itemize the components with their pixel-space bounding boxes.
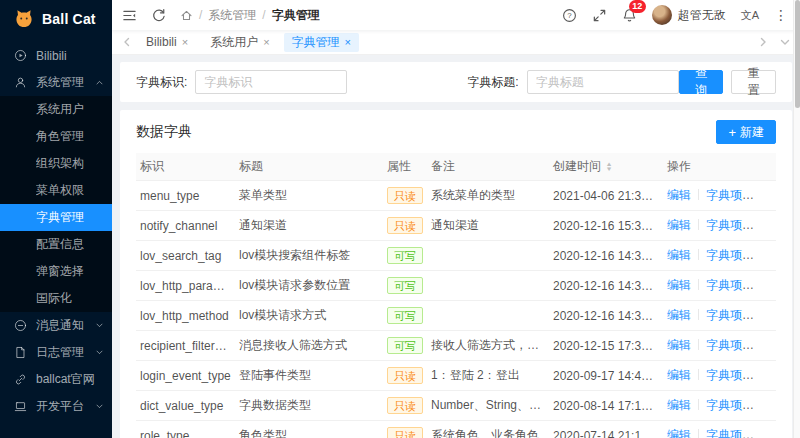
delete-link[interactable]: 删除	[757, 338, 776, 352]
tab-close-icon[interactable]: ×	[263, 33, 269, 52]
sort-icon[interactable]: ▲▼	[606, 162, 612, 172]
search-form-card: 字典标识: 字典标题: 查 询 重 置	[120, 62, 792, 102]
search-buttons: 查 询 重 置	[679, 70, 776, 94]
edit-link[interactable]: 编辑	[667, 188, 691, 202]
sidebar-item-label: 字典管理	[36, 209, 104, 226]
dict-title-input[interactable]	[527, 70, 679, 94]
user-icon	[14, 76, 27, 89]
tabbar-right-controls	[758, 37, 790, 47]
delete-link[interactable]: 删除	[757, 428, 776, 438]
menu-fold-icon[interactable]	[122, 8, 137, 23]
sidebar-item-website[interactable]: ballcat官网	[0, 366, 112, 393]
cell-actions: 编辑字典项删除	[663, 241, 776, 271]
edit-link[interactable]: 编辑	[667, 248, 691, 262]
fullscreen-icon[interactable]	[592, 8, 607, 23]
dict-items-link[interactable]: 字典项	[706, 368, 754, 382]
edit-link[interactable]: 编辑	[667, 278, 691, 292]
edit-link[interactable]: 编辑	[667, 398, 691, 412]
delete-link[interactable]: 删除	[757, 398, 776, 412]
action-divider	[698, 249, 699, 260]
sidebar-item-system-user[interactable]: 系统用户	[0, 96, 112, 123]
cat-icon	[13, 8, 35, 30]
sidebar-item-label: 组织架构	[36, 155, 104, 172]
dict-items-link[interactable]: 字典项	[706, 188, 754, 202]
dict-items-link[interactable]: 字典项	[706, 218, 754, 232]
scrollbar-thumb[interactable]	[795, 0, 800, 108]
sidebar-item-log[interactable]: 日志管理	[0, 339, 112, 366]
delete-link[interactable]: 删除	[757, 248, 776, 262]
sidebar-item-menu-permission[interactable]: 菜单权限	[0, 177, 112, 204]
cell-dict-code: lov_search_tag	[136, 241, 235, 271]
data-dict-card: 数据字典 + 新建 标识标题属性备注创建时间▲▼操作 menu_type菜单类型…	[120, 110, 792, 438]
dict-title-label: 字典标题:	[467, 74, 518, 91]
table-row: lov_search_taglov模块搜索组件标签可写2020-12-16 14…	[136, 241, 776, 271]
sidebar-item-config[interactable]: 配置信息	[0, 231, 112, 258]
tab-Bilibili[interactable]: Bilibili×	[138, 33, 196, 52]
tab-close-icon[interactable]: ×	[182, 33, 188, 52]
edit-link[interactable]: 编辑	[667, 368, 691, 382]
edit-link[interactable]: 编辑	[667, 218, 691, 232]
user-menu[interactable]: 超管无敌	[652, 5, 726, 25]
delete-link[interactable]: 删除	[757, 278, 776, 292]
create-button[interactable]: + 新建	[716, 120, 776, 144]
dict-code-input[interactable]	[195, 70, 347, 94]
tabs-menu-icon[interactable]	[780, 37, 790, 47]
tab-close-icon[interactable]: ×	[345, 33, 351, 52]
sidebar-item-dev[interactable]: 开发平台	[0, 393, 112, 420]
attr-tag: 只读	[387, 427, 423, 438]
reset-button[interactable]: 重 置	[731, 70, 776, 94]
refresh-icon[interactable]	[151, 8, 166, 23]
cell-attr: 可写	[383, 331, 427, 361]
tab-系统用户[interactable]: 系统用户×	[202, 33, 277, 52]
sidebar-item-notice[interactable]: 消息通知	[0, 312, 112, 339]
sidebar-item-system[interactable]: 系统管理	[0, 69, 112, 96]
sidebar-item-bilibili[interactable]: Bilibili	[0, 42, 112, 69]
table-row: notify_channel通知渠道只读通知渠道2020-12-16 15:37…	[136, 211, 776, 241]
delete-link[interactable]: 删除	[757, 218, 776, 232]
cell-actions: 编辑字典项删除	[663, 421, 776, 438]
edit-link[interactable]: 编辑	[667, 308, 691, 322]
cell-actions: 编辑字典项删除	[663, 181, 776, 211]
edit-link[interactable]: 编辑	[667, 428, 691, 438]
cell-remark: Number、String、Boolean	[427, 391, 549, 421]
sidebar-item-lov[interactable]: 弹窗选择	[0, 258, 112, 285]
top-header: / 系统管理 / 字典管理 ?	[112, 0, 800, 30]
tabs-scroll-right-icon[interactable]	[758, 37, 768, 47]
table-row: login_event_type登陆事件类型只读1：登陆 2：登出2020-09…	[136, 361, 776, 391]
sidebar-item-i18n[interactable]: 国际化	[0, 285, 112, 312]
tab-字典管理[interactable]: 字典管理×	[284, 33, 359, 52]
tab-label: Bilibili	[146, 33, 177, 52]
attr-tag: 只读	[387, 217, 423, 234]
delete-link[interactable]: 删除	[757, 308, 776, 322]
dict-items-link[interactable]: 字典项	[706, 308, 754, 322]
notifications[interactable]: 12	[622, 8, 637, 23]
edit-link[interactable]: 编辑	[667, 338, 691, 352]
dict-items-link[interactable]: 字典项	[706, 398, 754, 412]
attr-tag: 只读	[387, 187, 423, 204]
delete-link[interactable]: 删除	[757, 368, 776, 382]
sidebar-item-dict[interactable]: 字典管理	[0, 204, 112, 231]
cell-dict-title: 通知渠道	[235, 211, 383, 241]
sidebar-item-role[interactable]: 角色管理	[0, 123, 112, 150]
cell-dict-code: dict_value_type	[136, 391, 235, 421]
dict-items-link[interactable]: 字典项	[706, 338, 754, 352]
sidebar-item-organization[interactable]: 组织架构	[0, 150, 112, 177]
delete-link[interactable]: 删除	[757, 188, 776, 202]
breadcrumb-parent[interactable]: 系统管理	[208, 7, 256, 24]
home-icon[interactable]	[180, 9, 193, 22]
submenu-system: 系统用户角色管理组织架构菜单权限字典管理配置信息弹窗选择国际化	[0, 96, 112, 312]
translate-icon[interactable]: 文A	[741, 8, 759, 23]
query-button[interactable]: 查 询	[679, 70, 724, 94]
table-row: menu_type菜单类型只读系统菜单的类型2021-04-06 21:39:4…	[136, 181, 776, 211]
page-scrollbar[interactable]	[793, 0, 800, 438]
more-options-icon[interactable]: ⋮	[774, 8, 788, 22]
help-icon[interactable]: ?	[562, 8, 577, 23]
tabs-scroll-left-icon[interactable]	[122, 37, 132, 47]
cell-remark: 1：登陆 2：登出	[427, 361, 549, 391]
dict-items-link[interactable]: 字典项	[706, 248, 754, 262]
app-title: Ball Cat	[42, 11, 96, 27]
cell-dict-title: lov模块搜索组件标签	[235, 241, 383, 271]
dict-items-link[interactable]: 字典项	[706, 278, 754, 292]
app-logo[interactable]: Ball Cat	[0, 0, 112, 38]
dict-items-link[interactable]: 字典项	[706, 428, 754, 438]
